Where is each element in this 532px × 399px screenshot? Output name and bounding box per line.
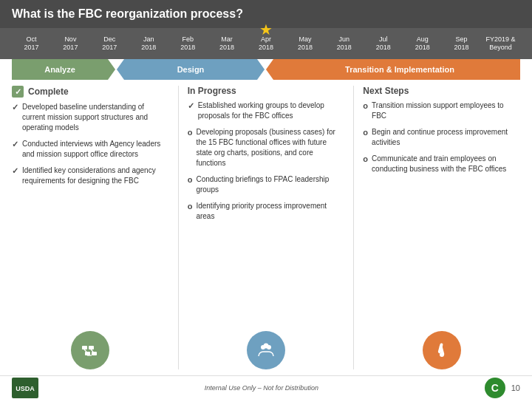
content-area: ✓ Complete ✓Developed baseline understan… xyxy=(0,80,532,375)
timeline-bar: Oct2017Nov2017Dec2017Jan2018Feb2018Mar20… xyxy=(0,28,532,59)
divider-2 xyxy=(353,86,354,369)
bullet-icon: o xyxy=(363,127,368,148)
svg-line-5 xyxy=(91,349,93,352)
timeline-month: May2018 xyxy=(285,33,324,55)
list-item: oTransition mission support employees to… xyxy=(363,100,520,121)
page-number: 10 xyxy=(511,383,520,392)
usda-logo-svg: USDA xyxy=(12,378,38,398)
progress-items: ✓Established working groups to develop p… xyxy=(188,100,345,228)
bullet-icon: o xyxy=(188,127,193,168)
svg-point-9 xyxy=(264,344,269,349)
svg-line-4 xyxy=(84,349,86,352)
footer-logo: USDA xyxy=(12,378,38,398)
slide-title: What is the FBC reorganization process? xyxy=(12,7,243,20)
svg-text:USDA: USDA xyxy=(16,385,35,392)
list-item: ✓Conducted interviews with Agency leader… xyxy=(12,139,169,160)
svg-rect-2 xyxy=(85,352,90,355)
column-progress: In Progress ✓Established working groups … xyxy=(188,86,345,369)
bullet-icon: ✓ xyxy=(12,139,18,160)
list-item: oCommunicate and train employees on cond… xyxy=(363,154,520,174)
complete-items: ✓Developed baseline understanding of cur… xyxy=(12,102,169,192)
timeline-month: Jul2018 xyxy=(364,33,403,55)
list-item: oDeveloping proposals (business cases) f… xyxy=(188,127,345,168)
checkmark-icon: ✓ xyxy=(12,86,24,98)
timeline-month: Oct2017 xyxy=(12,33,51,55)
phase-bar: Analyze Design Transition & Implementati… xyxy=(0,59,532,80)
c-logo: C xyxy=(485,378,505,398)
timeline-month: Feb2018 xyxy=(168,33,208,55)
list-item: ✓Identified key considerations and agenc… xyxy=(12,166,169,186)
list-item: oConducting briefings to FPAC leadership… xyxy=(188,174,345,195)
timeline-month: Dec2017 xyxy=(90,33,129,55)
progress-header: In Progress xyxy=(188,86,345,96)
slide: What is the FBC reorganization process? … xyxy=(0,0,532,399)
svg-rect-1 xyxy=(89,346,94,349)
bullet-icon: ✓ xyxy=(12,166,18,186)
bullet-icon: o xyxy=(188,201,193,222)
bullet-icon: o xyxy=(363,154,368,174)
column-next: Next Steps oTransition mission support e… xyxy=(363,86,520,369)
next-illustration xyxy=(363,328,520,369)
list-item: ✓Established working groups to develop p… xyxy=(188,100,345,121)
footer-right: C 10 xyxy=(485,378,520,398)
list-item: oBegin and continue process improvement … xyxy=(363,127,520,148)
progress-icon-circle xyxy=(247,331,285,369)
column-complete: ✓ Complete ✓Developed baseline understan… xyxy=(12,86,169,369)
next-items: oTransition mission support employees to… xyxy=(363,100,520,180)
footer-disclaimer: Internal Use Only – Not for Distribution xyxy=(205,384,318,392)
phase-design: Design xyxy=(117,59,265,80)
timeline-month: Mar2018 xyxy=(208,33,247,55)
phase-analyze: Analyze xyxy=(12,59,115,80)
timeline-month: Jan2018 xyxy=(129,33,168,55)
timeline-month: Jun2018 xyxy=(324,33,364,55)
footer: USDA Internal Use Only – Not for Distrib… xyxy=(0,375,532,399)
bullet-icon: ✓ xyxy=(12,102,18,133)
next-icon-circle xyxy=(423,331,461,369)
phase-transition: Transition & Implementation xyxy=(266,59,520,80)
bullet-icon: o xyxy=(363,100,368,121)
list-item: ✓Developed baseline understanding of cur… xyxy=(12,102,169,133)
svg-point-12 xyxy=(440,352,444,357)
complete-icon-circle xyxy=(71,331,109,369)
timeline-month: Sep2018 xyxy=(442,33,481,55)
svg-rect-3 xyxy=(92,352,97,355)
next-header: Next Steps xyxy=(363,86,520,96)
divider-1 xyxy=(178,86,179,369)
timeline-month: Nov2017 xyxy=(51,33,90,55)
star-icon: ★ xyxy=(259,21,273,38)
bullet-icon: ✓ xyxy=(188,100,194,121)
timeline-month: Aug2018 xyxy=(403,33,442,55)
list-item: oIdentifying priority process improvemen… xyxy=(188,201,345,222)
complete-header: ✓ Complete xyxy=(12,86,169,98)
complete-illustration xyxy=(12,328,169,369)
bullet-icon: o xyxy=(188,174,193,195)
timeline-month: FY2019 &Beyond xyxy=(481,33,520,55)
svg-rect-0 xyxy=(82,346,87,349)
progress-illustration xyxy=(188,328,345,369)
